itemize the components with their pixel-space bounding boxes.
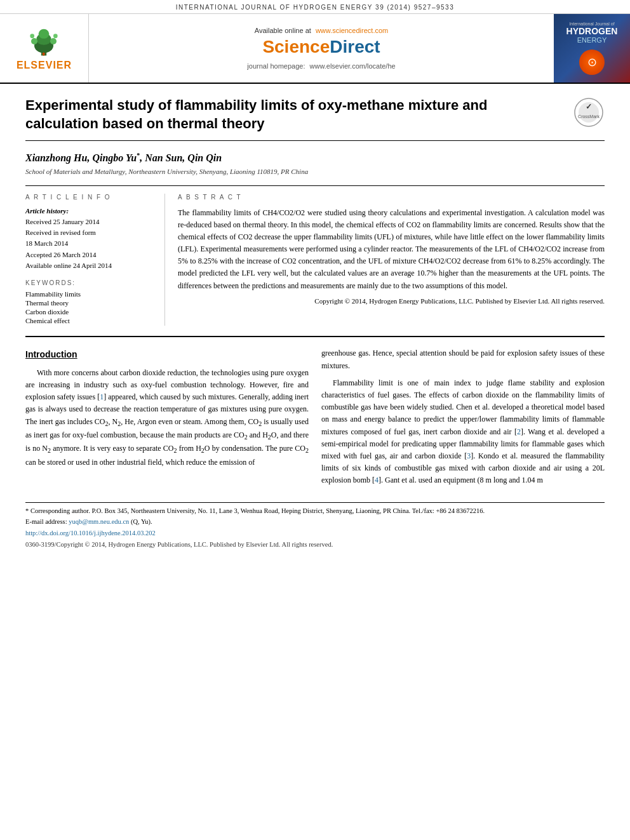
science-text: Science	[262, 37, 330, 57]
sciencedirect-section: Available online at www.sciencedirect.co…	[89, 14, 554, 83]
main-content: Experimental study of flammability limit…	[0, 84, 630, 561]
email-link[interactable]: yuqb@mm.neu.edu.cn	[69, 518, 129, 525]
article-info-abstract-section: A R T I C L E I N F O Article history: R…	[25, 185, 605, 326]
journal-energy-text: ENERGY	[566, 36, 618, 44]
body-col-right: greenhouse gas. Hence, special attention…	[321, 347, 605, 491]
article-title-section: Experimental study of flammability limit…	[25, 97, 605, 141]
abstract-copyright: Copyright © 2014, Hydrogen Energy Public…	[178, 297, 605, 305]
elsevier-logo-section: ⚜ ELSEVIER	[0, 14, 89, 83]
journal-hydrogen-text: HYDROGEN	[566, 27, 618, 36]
elsevier-brand-text: ELSEVIER	[17, 60, 72, 71]
svg-point-5	[50, 38, 57, 44]
homepage-url-text: journal homepage: www.elsevier.com/locat…	[247, 62, 395, 70]
journal-header: INTERNATIONAL JOURNAL OF HYDROGEN ENERGY…	[0, 0, 630, 14]
accepted-date: Accepted 26 March 2014	[25, 250, 154, 260]
body-col-left: Introduction With more concerns about ca…	[25, 347, 309, 491]
available-online-date: Available online 24 April 2014	[25, 261, 154, 270]
corresponding-author-text: * Corresponding author. P.O. Box 345, No…	[25, 507, 485, 514]
elsevier-logo: ⚜ ELSEVIER	[17, 25, 72, 71]
email-person: (Q, Yu).	[129, 518, 152, 525]
intro-para-3: Flammability limit is one of main index …	[321, 377, 605, 487]
article-history-label: Article history:	[25, 207, 154, 215]
article-title-block: Experimental study of flammability limit…	[25, 97, 546, 133]
svg-text:✓: ✓	[586, 102, 592, 111]
received-revised-label: Received in revised form	[25, 228, 154, 237]
keyword-3: Carbon dioxide	[25, 308, 154, 316]
keywords-heading: Keywords:	[25, 279, 154, 286]
authors: Xianzhong Hu, Qingbo Yu*, Nan Sun, Qin Q…	[25, 151, 605, 163]
article-title: Experimental study of flammability limit…	[25, 97, 546, 133]
article-info-column: A R T I C L E I N F O Article history: R…	[25, 194, 165, 326]
article-info-heading: A R T I C L E I N F O	[25, 194, 154, 201]
intro-para-2: greenhouse gas. Hence, special attention…	[321, 347, 605, 371]
journal-logo: International Journal of HYDROGEN ENERGY	[566, 22, 618, 45]
keyword-4: Chemical effect	[25, 317, 154, 324]
authors-text: Xianzhong Hu, Qingbo Yu*, Nan Sun, Qin Q…	[25, 152, 222, 163]
section-divider	[25, 336, 605, 337]
footer-copyright: 0360-3199/Copyright © 2014, Hydrogen Ene…	[25, 541, 605, 548]
svg-text:CrossMark: CrossMark	[578, 114, 600, 119]
body-columns: Introduction With more concerns about ca…	[25, 347, 605, 491]
keywords-section: Keywords: Flammability limits Thermal th…	[25, 279, 154, 324]
direct-text: Direct	[330, 37, 380, 57]
sciencedirect-brand: ScienceDirect	[262, 37, 380, 57]
journal-logo-section: International Journal of HYDROGEN ENERGY…	[554, 14, 630, 83]
email-note: E-mail address: yuqb@mm.neu.edu.cn (Q, Y…	[25, 517, 605, 527]
intro-para-1: With more concerns about carbon dioxide …	[25, 367, 309, 469]
affiliation: School of Materials and Metallurgy, Nort…	[25, 168, 605, 175]
keyword-2: Thermal theory	[25, 299, 154, 307]
journal-logo-icon: ⊙	[579, 50, 605, 75]
crossmark-section[interactable]: ✓ CrossMark	[573, 97, 605, 128]
abstract-heading: A B S T R A C T	[178, 194, 605, 201]
footnotes-section: * Corresponding author. P.O. Box 345, No…	[25, 502, 605, 548]
available-online-text: Available online at www.sciencedirect.co…	[255, 27, 388, 34]
crossmark-icon: ✓ CrossMark	[573, 97, 605, 128]
homepage-url[interactable]: www.elsevier.com/locate/he	[310, 62, 396, 70]
introduction-title: Introduction	[25, 347, 309, 361]
email-label: E-mail address:	[25, 518, 69, 525]
svg-text:⚜: ⚜	[42, 51, 46, 57]
keyword-1: Flammability limits	[25, 290, 154, 298]
revised-date: 18 March 2014	[25, 239, 154, 248]
svg-point-7	[53, 34, 58, 38]
elsevier-tree-icon: ⚜	[22, 25, 66, 57]
svg-point-4	[31, 38, 37, 44]
journal-header-text: INTERNATIONAL JOURNAL OF HYDROGEN ENERGY…	[176, 4, 454, 11]
svg-point-6	[30, 34, 35, 38]
doi-link[interactable]: http://dx.doi.org/10.1016/j.ijhydene.201…	[25, 530, 156, 537]
svg-point-3	[39, 29, 50, 39]
sciencedirect-url[interactable]: www.sciencedirect.com	[316, 27, 388, 34]
doi-note: http://dx.doi.org/10.1016/j.ijhydene.201…	[25, 529, 605, 538]
journal-banner: ⚜ ELSEVIER Available online at www.scien…	[0, 14, 630, 84]
received-date: Received 25 January 2014	[25, 217, 154, 227]
abstract-text: The flammability limits of CH4/CO2/O2 we…	[178, 207, 605, 292]
abstract-column: A B S T R A C T The flammability limits …	[178, 194, 605, 326]
corresponding-author-note: * Corresponding author. P.O. Box 345, No…	[25, 507, 605, 516]
